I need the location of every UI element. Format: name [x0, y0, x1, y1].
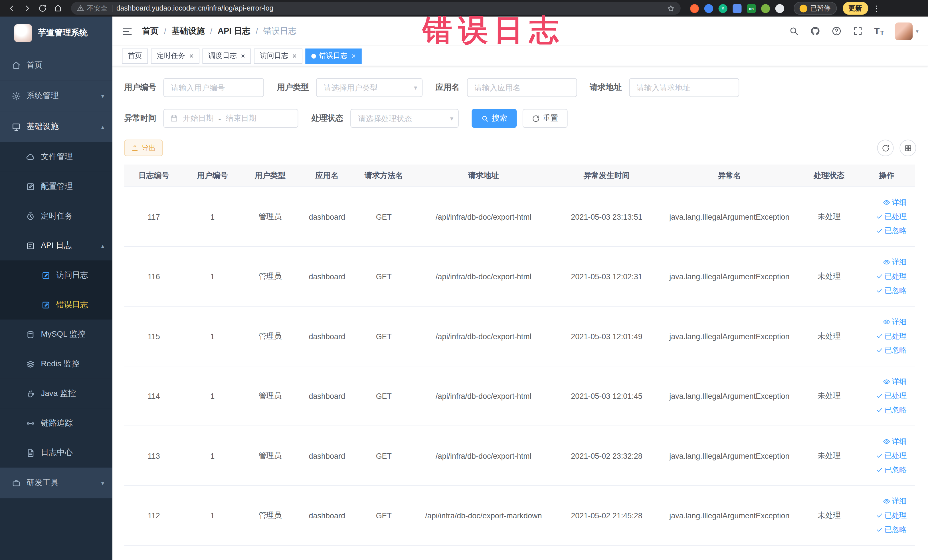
- sidebar-item-java-monitor[interactable]: Java 监控: [0, 379, 112, 409]
- sidebar-item-system[interactable]: 系统管理 ▾: [0, 81, 112, 111]
- mark-ignored-link[interactable]: 已忽略: [876, 405, 907, 415]
- date-range-picker[interactable]: 开始日期 - 结束日期: [163, 109, 298, 128]
- column-header: 请求方法名: [355, 170, 412, 181]
- user-menu[interactable]: ▾: [895, 22, 919, 40]
- fullscreen-icon[interactable]: [853, 26, 863, 36]
- address-bar[interactable]: 不安全 dashboard.yudao.iocoder.cn/infra/log…: [71, 2, 681, 15]
- cell-user-type: 管理员: [241, 211, 299, 222]
- end-date-placeholder: 结束日期: [226, 113, 256, 124]
- breadcrumb-infra[interactable]: 基础设施: [171, 26, 205, 36]
- sidebar-item-dev-tools[interactable]: 研发工具 ▾: [0, 468, 112, 498]
- sidebar-item-infra[interactable]: 基础设施 ▴: [0, 111, 112, 142]
- detail-link[interactable]: 详细: [883, 496, 907, 507]
- close-icon[interactable]: ×: [241, 52, 245, 60]
- detail-link[interactable]: 详细: [883, 377, 907, 386]
- paused-pill[interactable]: 已暂停: [794, 2, 836, 15]
- mark-processed-link[interactable]: 已处理: [876, 212, 907, 222]
- cell-method: GET: [355, 332, 412, 340]
- mark-ignored-link[interactable]: 已忽略: [876, 525, 907, 535]
- mark-processed-link[interactable]: 已处理: [876, 271, 907, 281]
- breadcrumb-home[interactable]: 首页: [142, 26, 159, 36]
- sidebar-item-mysql-monitor[interactable]: MySQL 监控: [0, 319, 112, 349]
- column-settings-button[interactable]: [899, 140, 916, 156]
- request-url-input[interactable]: [629, 78, 739, 97]
- detail-link[interactable]: 详细: [883, 317, 907, 327]
- extension-icon[interactable]: [775, 4, 784, 12]
- detail-link[interactable]: 详细: [883, 436, 907, 447]
- detail-link[interactable]: 详细: [883, 197, 907, 208]
- mark-ignored-link[interactable]: 已忽略: [876, 345, 907, 356]
- export-button[interactable]: 导出: [124, 140, 163, 156]
- tab-schedule-log[interactable]: 调度日志 ×: [203, 48, 251, 64]
- browser-home-icon[interactable]: [51, 1, 65, 15]
- user-type-select[interactable]: [316, 78, 423, 97]
- tab-home[interactable]: 首页: [122, 48, 148, 64]
- cell-log-id: 115: [124, 332, 183, 340]
- tab-scheduled-tasks[interactable]: 定时任务 ×: [151, 48, 199, 64]
- avatar[interactable]: [895, 22, 913, 40]
- search-icon[interactable]: [789, 26, 799, 36]
- process-status-label: 处理状态: [311, 113, 343, 124]
- extension-icon[interactable]: [690, 4, 699, 12]
- sidebar-item-log-center[interactable]: 日志中心: [0, 438, 112, 468]
- close-icon[interactable]: ×: [351, 52, 356, 60]
- browser-back-icon[interactable]: [5, 1, 19, 15]
- font-size-icon[interactable]: TT: [875, 26, 884, 36]
- sidebar-item-error-log[interactable]: 错误日志: [0, 290, 112, 320]
- extension-icon[interactable]: [733, 4, 742, 12]
- mark-processed-link[interactable]: 已处理: [876, 391, 907, 401]
- detail-link[interactable]: 详细: [883, 257, 907, 267]
- search-button[interactable]: 搜索: [472, 109, 517, 128]
- cell-status: 未处理: [800, 391, 858, 401]
- cell-method: GET: [355, 212, 412, 221]
- cell-status: 未处理: [800, 271, 858, 282]
- reset-button[interactable]: 重置: [523, 109, 568, 128]
- sidebar-item-config-mgmt[interactable]: 配置管理: [0, 172, 112, 201]
- not-secure-badge[interactable]: 不安全: [77, 4, 108, 12]
- extension-icon[interactable]: [761, 4, 770, 12]
- cell-request-url: /api/infra/db-doc/export-html: [412, 212, 554, 221]
- extension-icon[interactable]: [704, 4, 713, 12]
- refresh-button[interactable]: [877, 140, 894, 156]
- table-body: 117 1 管理员 dashboard GET /api/infra/db-do…: [124, 187, 915, 546]
- mark-ignored-link[interactable]: 已忽略: [876, 465, 907, 475]
- breadcrumb-api-log[interactable]: API 日志: [218, 26, 250, 36]
- sidebar-item-file-mgmt[interactable]: 文件管理: [0, 142, 112, 172]
- sidebar-item-access-log[interactable]: 访问日志: [0, 261, 112, 290]
- sidebar-item-trace[interactable]: 链路追踪: [0, 408, 112, 438]
- browser-menu-icon[interactable]: ⋮: [869, 4, 884, 12]
- tab-error-log[interactable]: 错误日志 ×: [305, 48, 362, 64]
- security-label: 不安全: [87, 4, 108, 12]
- sidebar-item-home[interactable]: 首页: [0, 50, 112, 81]
- extension-icon[interactable]: Y: [719, 4, 728, 12]
- sidebar-item-scheduled-tasks[interactable]: 定时任务: [0, 201, 112, 231]
- process-status-select[interactable]: [350, 109, 459, 128]
- mark-ignored-link[interactable]: 已忽略: [876, 226, 907, 236]
- mark-processed-link[interactable]: 已处理: [876, 510, 907, 520]
- update-pill[interactable]: 更新: [843, 2, 868, 15]
- range-separator: -: [218, 114, 221, 123]
- app-logo[interactable]: 芋道管理系统: [0, 17, 112, 50]
- close-icon[interactable]: ×: [292, 52, 297, 60]
- browser-forward-icon[interactable]: [20, 1, 35, 15]
- sidebar-collapse-icon[interactable]: [122, 26, 132, 36]
- mark-ignored-link[interactable]: 已忽略: [876, 285, 907, 296]
- browser-reload-icon[interactable]: [35, 1, 50, 15]
- column-header: 处理状态: [800, 170, 858, 181]
- help-icon[interactable]: [832, 26, 841, 36]
- url-text[interactable]: dashboard.yudao.iocoder.cn/infra/log/api…: [116, 4, 273, 12]
- mark-processed-link[interactable]: 已处理: [876, 331, 907, 341]
- sidebar-item-api-log[interactable]: API 日志 ▴: [0, 231, 112, 261]
- close-icon[interactable]: ×: [189, 52, 194, 60]
- bookmark-star-icon[interactable]: [667, 5, 675, 12]
- github-icon[interactable]: [810, 26, 820, 36]
- app-name-input[interactable]: [467, 78, 577, 97]
- cell-request-url: /api/infra/db-doc/export-html: [412, 391, 554, 400]
- mark-processed-link[interactable]: 已处理: [876, 451, 907, 461]
- extension-on-badge[interactable]: on: [747, 4, 756, 12]
- sidebar-item-redis-monitor[interactable]: Redis 监控: [0, 349, 112, 379]
- user-id-label: 用户编号: [124, 82, 156, 93]
- user-id-input[interactable]: [163, 78, 264, 97]
- sidebar: 芋道管理系统 首页 系统管理 ▾ 基础设施 ▴ 文件管理: [0, 17, 112, 560]
- tab-access-log[interactable]: 访问日志 ×: [254, 48, 302, 64]
